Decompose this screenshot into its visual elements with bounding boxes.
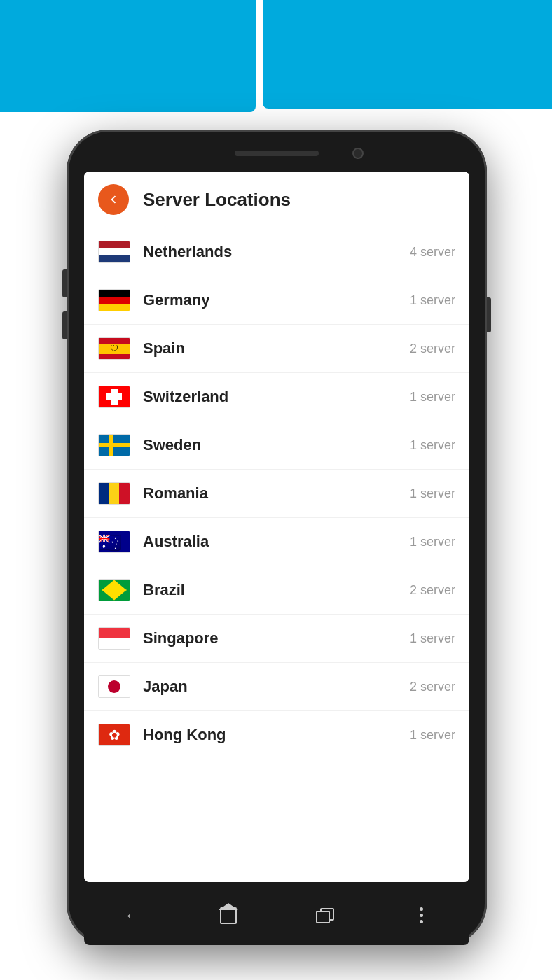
server-item-es[interactable]: Spain2 server: [84, 325, 469, 373]
flag-nl: [98, 241, 130, 263]
nav-home-icon: [220, 907, 237, 924]
top-banner: [0, 0, 552, 112]
flag-es: [98, 337, 130, 360]
phone-speaker: [235, 150, 319, 156]
server-count-jp: 2 server: [410, 680, 455, 694]
flag-hk: [98, 724, 130, 746]
banner-right: [263, 0, 552, 108]
country-name-au: Australia: [143, 533, 410, 551]
nav-back-icon: ←: [125, 906, 140, 925]
server-item-sg[interactable]: Singapore1 server: [84, 615, 469, 663]
volume-down-button[interactable]: [62, 312, 67, 340]
country-name-hk: Hong Kong: [143, 726, 410, 744]
phone-frame: Server Locations Netherlands4 serverGerm…: [67, 130, 487, 945]
phone-nav: ←: [84, 886, 469, 945]
flag-sg: [98, 627, 130, 650]
phone-screen: Server Locations Netherlands4 serverGerm…: [84, 172, 469, 882]
volume-up-button[interactable]: [62, 270, 67, 298]
country-name-nl: Netherlands: [143, 243, 410, 261]
nav-back-button[interactable]: ←: [118, 902, 146, 930]
server-item-se[interactable]: Sweden1 server: [84, 421, 469, 470]
country-name-ch: Switzerland: [143, 388, 410, 406]
server-item-ch[interactable]: Switzerland1 server: [84, 373, 469, 421]
server-item-nl[interactable]: Netherlands4 server: [84, 228, 469, 276]
server-count-hk: 1 server: [410, 728, 455, 743]
server-item-br[interactable]: Brazil2 server: [84, 566, 469, 615]
flag-ro: [98, 482, 130, 505]
nav-menu-button[interactable]: [407, 902, 435, 930]
flag-jp: [98, 676, 130, 698]
country-name-de: Germany: [143, 291, 410, 309]
back-button[interactable]: [98, 184, 129, 215]
server-count-au: 1 server: [410, 535, 455, 550]
server-count-ro: 1 server: [410, 486, 455, 501]
server-list: Netherlands4 serverGermany1 serverSpain2…: [84, 228, 469, 882]
flag-br: [98, 579, 130, 601]
nav-recents-icon: [316, 908, 334, 923]
server-count-de: 1 server: [410, 293, 455, 308]
server-item-de[interactable]: Germany1 server: [84, 276, 469, 325]
server-count-nl: 4 server: [410, 245, 455, 260]
country-name-se: Sweden: [143, 436, 410, 454]
server-item-jp[interactable]: Japan2 server: [84, 663, 469, 711]
flag-au: [98, 531, 130, 553]
nav-menu-icon: [420, 907, 423, 923]
server-count-es: 2 server: [410, 342, 455, 356]
server-count-sg: 1 server: [410, 631, 455, 646]
server-item-hk[interactable]: Hong Kong1 server: [84, 711, 469, 760]
server-item-au[interactable]: Australia1 server: [84, 518, 469, 566]
country-name-jp: Japan: [143, 678, 410, 696]
flag-ch: [98, 386, 130, 408]
nav-home-button[interactable]: [214, 902, 242, 930]
server-count-se: 1 server: [410, 438, 455, 453]
flag-se: [98, 434, 130, 456]
power-button[interactable]: [487, 298, 491, 332]
country-name-es: Spain: [143, 340, 410, 358]
nav-recents-button[interactable]: [311, 902, 339, 930]
server-count-ch: 1 server: [410, 390, 455, 405]
server-count-br: 2 server: [410, 583, 455, 598]
page-title: Server Locations: [143, 189, 291, 211]
country-name-br: Brazil: [143, 581, 410, 599]
country-name-sg: Singapore: [143, 629, 410, 648]
app-header: Server Locations: [84, 172, 469, 228]
phone-camera: [352, 148, 364, 159]
flag-de: [98, 289, 130, 312]
server-item-ro[interactable]: Romania1 server: [84, 470, 469, 518]
country-name-ro: Romania: [143, 484, 410, 503]
banner-left: [0, 0, 256, 112]
